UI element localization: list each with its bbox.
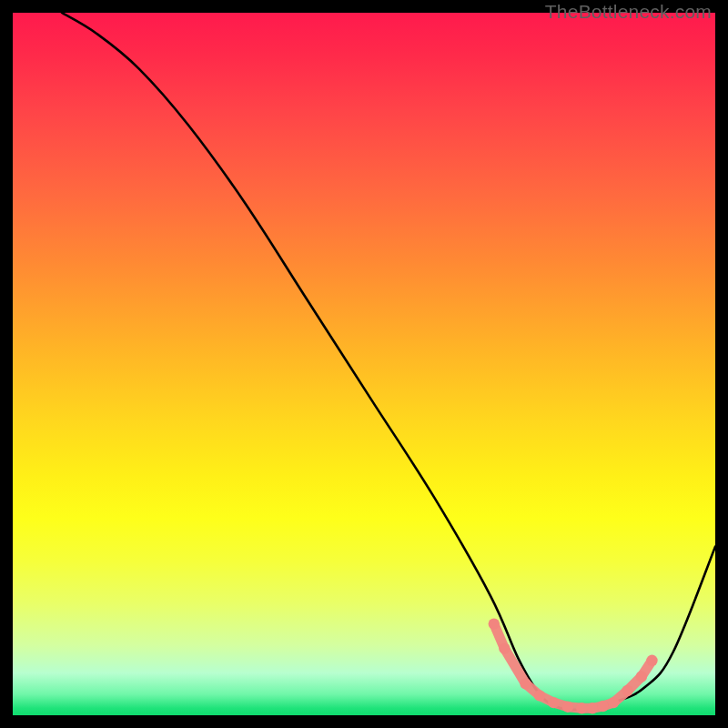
chart-frame — [13, 13, 715, 715]
chart-gradient-background — [13, 13, 715, 715]
watermark-text: TheBottleneck.com — [545, 1, 712, 23]
